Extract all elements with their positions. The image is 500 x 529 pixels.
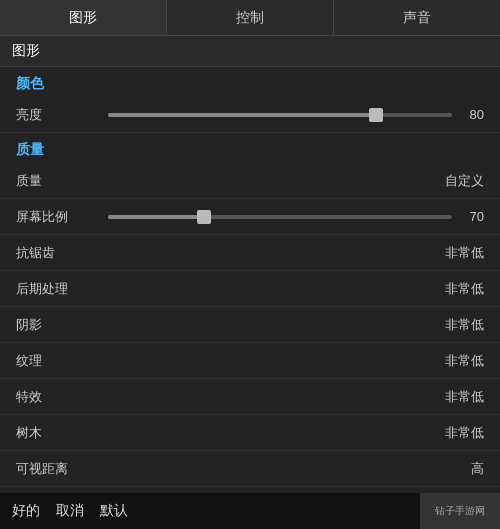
cancel-button[interactable]: 取消 <box>56 502 84 520</box>
screen-scale-slider-fill <box>108 215 211 219</box>
quality-value: 自定义 <box>445 172 484 190</box>
group-label-quality: 质量 <box>0 133 500 163</box>
setting-brightness: 亮度 80 <box>0 97 500 133</box>
tab-graphics[interactable]: 图形 <box>0 0 167 35</box>
setting-label-brightness: 亮度 <box>16 106 96 124</box>
setting-trees[interactable]: 树木 非常低 <box>0 415 500 451</box>
brightness-slider-container[interactable]: 80 <box>108 107 484 122</box>
setting-quality[interactable]: 质量 自定义 <box>0 163 500 199</box>
setting-label-screen-scale: 屏幕比例 <box>16 208 96 226</box>
section-header: 图形 <box>0 36 500 67</box>
setting-screen-scale: 屏幕比例 70 <box>0 199 500 235</box>
shadow-value: 非常低 <box>445 316 484 334</box>
setting-label-effects: 特效 <box>16 388 96 406</box>
brightness-slider-thumb[interactable] <box>369 108 383 122</box>
watermark: 钻子手游网 <box>420 493 500 529</box>
setting-label-antialiasing: 抗锯齿 <box>16 244 96 262</box>
setting-label-trees: 树木 <box>16 424 96 442</box>
tab-bar: 图形 控制 声音 <box>0 0 500 36</box>
screen-scale-slider-container[interactable]: 70 <box>108 209 484 224</box>
antialiasing-value: 非常低 <box>445 244 484 262</box>
setting-antialiasing[interactable]: 抗锯齿 非常低 <box>0 235 500 271</box>
screen-scale-slider-track[interactable] <box>108 215 452 219</box>
setting-label-shadow: 阴影 <box>16 316 96 334</box>
settings-content[interactable]: 颜色 亮度 80 质量 质量 自定义 屏幕比例 70 抗锯齿 <box>0 67 500 524</box>
setting-label-texture: 纹理 <box>16 352 96 370</box>
default-button[interactable]: 默认 <box>100 502 128 520</box>
screen-scale-slider-thumb[interactable] <box>197 210 211 224</box>
setting-label-view-distance: 可视距离 <box>16 460 96 478</box>
ok-button[interactable]: 好的 <box>12 502 40 520</box>
setting-shadow[interactable]: 阴影 非常低 <box>0 307 500 343</box>
trees-value: 非常低 <box>445 424 484 442</box>
brightness-slider-track[interactable] <box>108 113 452 117</box>
brightness-slider-fill <box>108 113 383 117</box>
setting-texture[interactable]: 纹理 非常低 <box>0 343 500 379</box>
tab-sound[interactable]: 声音 <box>334 0 500 35</box>
setting-label-post-processing: 后期处理 <box>16 280 96 298</box>
setting-label-quality: 质量 <box>16 172 96 190</box>
setting-effects[interactable]: 特效 非常低 <box>0 379 500 415</box>
group-label-color: 颜色 <box>0 67 500 97</box>
bottom-bar: 好的 取消 默认 钻子手游网 <box>0 493 500 529</box>
effects-value: 非常低 <box>445 388 484 406</box>
view-distance-value: 高 <box>471 460 484 478</box>
setting-view-distance[interactable]: 可视距离 高 <box>0 451 500 487</box>
post-processing-value: 非常低 <box>445 280 484 298</box>
setting-post-processing[interactable]: 后期处理 非常低 <box>0 271 500 307</box>
texture-value: 非常低 <box>445 352 484 370</box>
brightness-value: 80 <box>460 107 484 122</box>
tab-control[interactable]: 控制 <box>167 0 334 35</box>
screen-scale-value: 70 <box>460 209 484 224</box>
